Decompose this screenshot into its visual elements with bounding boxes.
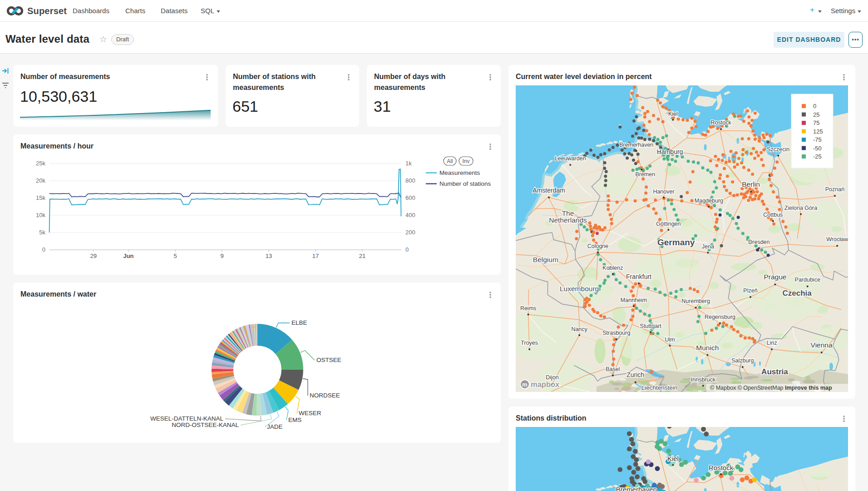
svg-text:200: 200 (405, 229, 415, 236)
svg-text:All: All (447, 158, 453, 164)
svg-text:Netherlands: Netherlands (549, 216, 587, 224)
svg-text:Pardubice: Pardubice (795, 277, 820, 283)
svg-text:Inv: Inv (462, 158, 469, 164)
svg-text:Vienna: Vienna (811, 341, 833, 349)
svg-text:Salzburg: Salzburg (731, 357, 754, 364)
svg-text:20k: 20k (36, 177, 45, 184)
svg-text:Frankfurt: Frankfurt (626, 273, 651, 280)
svg-text:Troyes: Troyes (521, 340, 538, 346)
svg-text:Amsterdam: Amsterdam (533, 187, 565, 194)
svg-text:-50: -50 (813, 145, 822, 152)
svg-text:Stuttgart: Stuttgart (640, 323, 662, 329)
svg-text:JADE: JADE (267, 423, 283, 430)
svg-text:OSTSEE: OSTSEE (316, 357, 341, 363)
svg-text:17: 17 (312, 253, 319, 259)
svg-text:Innsbruck: Innsbruck (691, 377, 716, 383)
svg-text:ELBE: ELBE (291, 319, 307, 326)
svg-text:-25: -25 (813, 153, 822, 160)
svg-text:Szczecin: Szczecin (767, 146, 789, 153)
svg-text:Plzeň: Plzeň (743, 288, 757, 294)
svg-text:10k: 10k (36, 212, 45, 218)
svg-text:WESER: WESER (299, 410, 321, 417)
svg-text:Germany: Germany (657, 238, 695, 247)
svg-text:Strasbourg: Strasbourg (602, 330, 630, 336)
svg-text:0: 0 (813, 103, 816, 109)
svg-text:400: 400 (405, 212, 415, 218)
svg-text:Nancy: Nancy (571, 326, 587, 332)
svg-text:0: 0 (42, 246, 45, 253)
svg-text:1k: 1k (405, 160, 412, 167)
svg-text:Kiel: Kiel (667, 455, 679, 462)
svg-text:Wrocław: Wrocław (826, 236, 848, 243)
svg-text:Rostock: Rostock (711, 119, 732, 126)
svg-text:Göttingen: Göttingen (656, 221, 681, 227)
svg-text:5k: 5k (39, 229, 45, 236)
svg-text:9: 9 (220, 253, 223, 259)
svg-text:Munich: Munich (696, 344, 719, 352)
svg-text:m: m (522, 381, 528, 388)
svg-text:Prague: Prague (764, 273, 787, 281)
svg-text:mapbox: mapbox (531, 380, 560, 388)
svg-text:Czechia: Czechia (782, 289, 812, 298)
svg-text:Magdeburg: Magdeburg (695, 198, 723, 204)
svg-text:Zielona Góra: Zielona Góra (784, 205, 817, 211)
svg-text:Berlin: Berlin (742, 180, 760, 188)
svg-text:21: 21 (359, 253, 365, 259)
svg-text:0: 0 (405, 246, 409, 253)
svg-text:600: 600 (405, 194, 415, 201)
svg-text:29: 29 (90, 253, 96, 259)
svg-text:Jun: Jun (123, 253, 133, 259)
svg-text:Hanover: Hanover (653, 188, 674, 195)
svg-text:Hamburg: Hamburg (657, 148, 683, 155)
svg-text:NORDSEE: NORDSEE (310, 392, 340, 399)
svg-text:Cologne: Cologne (587, 243, 609, 249)
svg-text:Kiel: Kiel (668, 111, 678, 117)
svg-text:5: 5 (173, 253, 177, 259)
svg-text:13: 13 (266, 253, 272, 259)
svg-text:Number of stations: Number of stations (439, 180, 491, 187)
svg-text:Basel: Basel (606, 366, 620, 372)
svg-text:25: 25 (813, 111, 819, 118)
svg-text:Belgium: Belgium (533, 256, 558, 263)
svg-text:NORD-OSTSEE-KANAL: NORD-OSTSEE-KANAL (172, 422, 239, 428)
svg-text:Luxembourg: Luxembourg (560, 285, 599, 293)
svg-text:Liechtenstein: Liechtenstein (641, 384, 678, 391)
svg-text:Ulm: Ulm (665, 337, 675, 343)
svg-text:Nuremberg: Nuremberg (681, 298, 710, 304)
svg-text:Cottbus: Cottbus (763, 212, 783, 218)
svg-text:© Mapbox © OpenStreetMap Impro: © Mapbox © OpenStreetMap Improve this ma… (710, 385, 832, 391)
svg-text:Jena: Jena (702, 243, 714, 250)
svg-text:25k: 25k (36, 160, 45, 167)
svg-text:Linz: Linz (767, 340, 777, 346)
svg-text:Dresden: Dresden (748, 239, 769, 245)
svg-text:800: 800 (405, 177, 415, 184)
svg-text:-75: -75 (813, 136, 822, 143)
svg-text:Bremerhaven: Bremerhaven (616, 486, 657, 491)
svg-text:Reims: Reims (520, 305, 536, 312)
svg-text:WESEL-DATTELN-KANAL: WESEL-DATTELN-KANAL (150, 415, 224, 422)
svg-text:Leeuwarden: Leeuwarden (555, 155, 586, 162)
svg-text:Measurements: Measurements (439, 169, 480, 176)
svg-text:Bremerhaven: Bremerhaven (619, 142, 653, 148)
svg-text:Regensburg: Regensburg (705, 314, 735, 320)
svg-text:15k: 15k (36, 194, 45, 201)
svg-text:Mannheim: Mannheim (621, 297, 647, 303)
svg-text:Koblenz: Koblenz (602, 265, 623, 271)
svg-text:125: 125 (813, 128, 823, 135)
svg-text:Bremen: Bremen (635, 171, 655, 178)
svg-text:Poznań: Poznań (825, 186, 844, 193)
svg-text:Zurich: Zurich (626, 371, 644, 378)
svg-text:EMS: EMS (288, 417, 301, 423)
svg-text:Rostock: Rostock (709, 464, 734, 471)
svg-text:75: 75 (813, 119, 819, 126)
svg-text:Austria: Austria (761, 367, 788, 376)
